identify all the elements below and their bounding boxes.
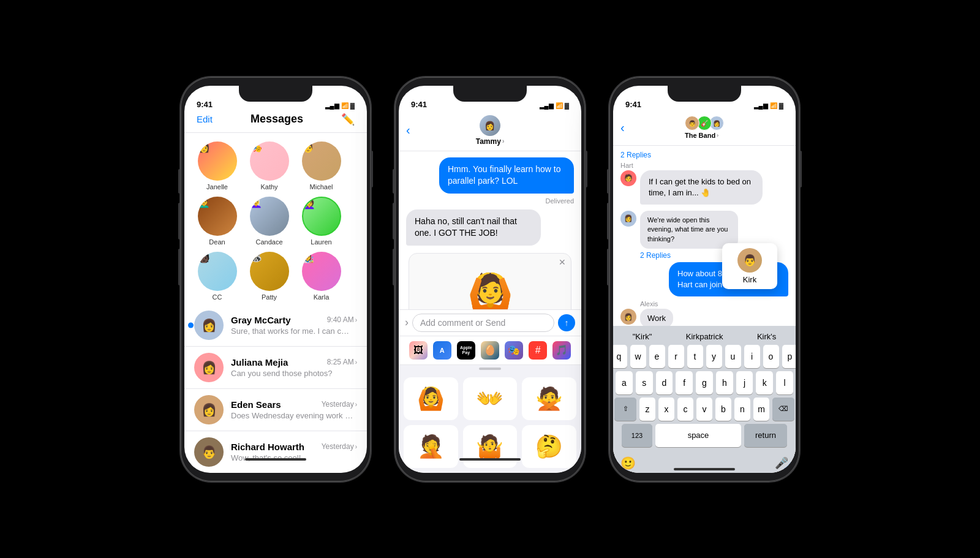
avatar-item-lauren[interactable]: 👩‍🦱 Lauren bbox=[298, 197, 344, 246]
key-k[interactable]: k bbox=[756, 371, 773, 394]
key-u[interactable]: u bbox=[725, 345, 741, 368]
key-l[interactable]: l bbox=[776, 371, 793, 394]
app-strip: 🖼 A ApplePay 🥚 🎭 # 🎵 bbox=[399, 336, 581, 365]
avatar-patty-emoji: 🦝 bbox=[250, 252, 262, 263]
msg-time-eden: Yesterday › bbox=[322, 400, 357, 409]
avatar-kathy-emoji: 🎭 bbox=[250, 142, 262, 153]
hashtag-icon[interactable]: # bbox=[529, 341, 547, 360]
contact-info[interactable]: 👩 Tammy › bbox=[476, 115, 504, 146]
msg-time-gray: 9:40 AM › bbox=[327, 315, 357, 324]
sticker-cell-2[interactable]: 👐 bbox=[463, 377, 518, 420]
group-avatars: 👨 🎸 👩 bbox=[685, 116, 724, 130]
list-item[interactable]: 👩 Gray McCarty 9:40 AM › Sure, that work… bbox=[184, 304, 367, 347]
avatar-item-candace[interactable]: 👩‍🦳 Candace bbox=[246, 197, 292, 246]
apple-pay-icon[interactable]: ApplePay bbox=[457, 341, 475, 360]
hart-bubble: If I can get the kids to bed on time, I … bbox=[640, 170, 763, 205]
kb-row-4: 123 space return bbox=[616, 424, 793, 447]
key-p[interactable]: p bbox=[782, 345, 796, 368]
effects-icon[interactable]: 🎭 bbox=[505, 341, 523, 360]
edit-button[interactable]: Edit bbox=[197, 114, 213, 124]
delete-key[interactable]: ⌫ bbox=[772, 398, 794, 421]
key-j[interactable]: j bbox=[736, 371, 753, 394]
autocomplete-option-2[interactable]: Kirkpatrick bbox=[686, 332, 723, 341]
avatar-item-karla[interactable]: 👩‍🎨 Karla bbox=[298, 252, 344, 301]
key-z[interactable]: z bbox=[639, 398, 655, 421]
emoji-key[interactable]: 🙂 bbox=[620, 456, 636, 470]
key-r[interactable]: r bbox=[668, 345, 684, 368]
avatar-item-kathy[interactable]: 🎭 Kathy bbox=[246, 141, 292, 190]
autocomplete-option-1[interactable]: "Kirk" bbox=[633, 332, 652, 341]
key-d[interactable]: d bbox=[656, 371, 673, 394]
autocomplete-name: Kirk bbox=[729, 275, 770, 284]
chat-messages-area: Hmm. You finally learn how to parallel p… bbox=[399, 151, 581, 309]
hart-avatar: 🧑 bbox=[620, 170, 636, 186]
space-key[interactable]: space bbox=[655, 424, 741, 447]
key-y[interactable]: y bbox=[706, 345, 722, 368]
list-item[interactable]: 👩 Eden Sears Yesterday › Does Wednesday … bbox=[184, 389, 367, 431]
back-button-3[interactable]: ‹ bbox=[620, 121, 625, 135]
key-h[interactable]: h bbox=[716, 371, 733, 394]
back-button-2[interactable]: ‹ bbox=[406, 123, 410, 137]
app-store-icon[interactable]: A bbox=[433, 341, 451, 360]
shift-key[interactable]: ⇧ bbox=[614, 398, 636, 421]
group-chat-header: ‹ 👨 🎸 👩 The Band › bbox=[613, 113, 796, 146]
avatar-cc-label: CC bbox=[213, 293, 222, 301]
key-v[interactable]: v bbox=[696, 398, 712, 421]
group-info[interactable]: 👨 🎸 👩 The Band › bbox=[685, 116, 724, 139]
avatar-item-patty[interactable]: 🦝 Patty bbox=[246, 252, 292, 301]
sticker-cell-1[interactable]: 🙆 bbox=[404, 377, 458, 420]
key-b[interactable]: b bbox=[715, 398, 731, 421]
key-f[interactable]: f bbox=[676, 371, 693, 394]
list-item[interactable]: 👩 Juliana Mejia 8:25 AM › Can you send t… bbox=[184, 347, 367, 389]
phone3-screen: 9:41 ▂▄▆ 📶 ▓ ‹ 👨 🎸 👩 The Band bbox=[613, 86, 796, 473]
status-icons-2: ▂▄▆ 📶 ▓ bbox=[540, 102, 569, 109]
key-x[interactable]: x bbox=[658, 398, 674, 421]
key-e[interactable]: e bbox=[649, 345, 665, 368]
sender-name-hart: Hart bbox=[620, 162, 788, 169]
list-item[interactable]: 👨 Richard Howarth Yesterday › Wow, that'… bbox=[184, 431, 367, 473]
avatar-item-janelle[interactable]: 👩 Janelle bbox=[194, 141, 240, 190]
key-n[interactable]: n bbox=[734, 398, 750, 421]
memoji-icon[interactable]: 🥚 bbox=[481, 341, 499, 360]
compose-button[interactable]: ✏️ bbox=[341, 113, 355, 126]
kb-row-1: q w e r t y u i o p bbox=[616, 345, 793, 368]
return-key[interactable]: return bbox=[744, 424, 787, 447]
msg-avatar-richard: 👨 bbox=[194, 437, 224, 467]
autocomplete-option-3[interactable]: Kirk's bbox=[757, 332, 776, 341]
sticker-cell-5[interactable]: 🤷 bbox=[463, 425, 518, 468]
sticker-preview-emoji: 🙆 bbox=[467, 271, 513, 309]
avatar-item-cc[interactable]: 🧑🏿 CC bbox=[194, 252, 240, 301]
group-name: The Band › bbox=[685, 132, 724, 139]
avatar-item-michael[interactable]: 👨 Michael bbox=[298, 141, 344, 190]
key-i[interactable]: i bbox=[744, 345, 760, 368]
photos-app-icon[interactable]: 🖼 bbox=[409, 341, 428, 360]
phone2-screen: 9:41 ▂▄▆ 📶 ▓ ‹ 👩 Tammy › bbox=[399, 86, 581, 473]
signal-icon-2: ▂▄▆ bbox=[540, 102, 554, 109]
sticker-cell-6[interactable]: 🤔 bbox=[522, 425, 576, 468]
mic-key[interactable]: 🎤 bbox=[775, 456, 788, 470]
avatar-patty-label: Patty bbox=[262, 293, 277, 301]
phone1-screen: 9:41 ▂▄▆ 📶 ▓ Edit Messages ✏️ 👩 Janell bbox=[184, 86, 367, 473]
key-g[interactable]: g bbox=[696, 371, 713, 394]
key-w[interactable]: w bbox=[630, 345, 646, 368]
status-icons-3: ▂▄▆ 📶 ▓ bbox=[754, 102, 783, 109]
replies-link-1[interactable]: 2 Replies bbox=[620, 151, 788, 159]
sticker-cell-4[interactable]: 🤦 bbox=[404, 425, 458, 468]
key-o[interactable]: o bbox=[763, 345, 779, 368]
sticker-close-btn[interactable]: ✕ bbox=[559, 257, 566, 267]
key-q[interactable]: q bbox=[613, 345, 627, 368]
expand-icon[interactable]: › bbox=[405, 316, 409, 329]
num-key[interactable]: 123 bbox=[622, 424, 652, 447]
signal-icon-1: ▂▄▆ bbox=[325, 102, 339, 109]
key-a[interactable]: a bbox=[616, 371, 633, 394]
sticker-cell-3[interactable]: 🙅 bbox=[522, 377, 576, 420]
avatar-item-dean[interactable]: 👨‍🦱 Dean bbox=[194, 197, 240, 246]
send-button[interactable]: ↑ bbox=[558, 314, 575, 331]
key-m[interactable]: m bbox=[753, 398, 769, 421]
key-c[interactable]: c bbox=[677, 398, 693, 421]
key-s[interactable]: s bbox=[636, 371, 653, 394]
message-input[interactable]: Add comment or Send bbox=[412, 314, 554, 332]
pay-label: ApplePay bbox=[460, 345, 472, 355]
music-icon[interactable]: 🎵 bbox=[552, 341, 571, 360]
key-t[interactable]: t bbox=[687, 345, 703, 368]
